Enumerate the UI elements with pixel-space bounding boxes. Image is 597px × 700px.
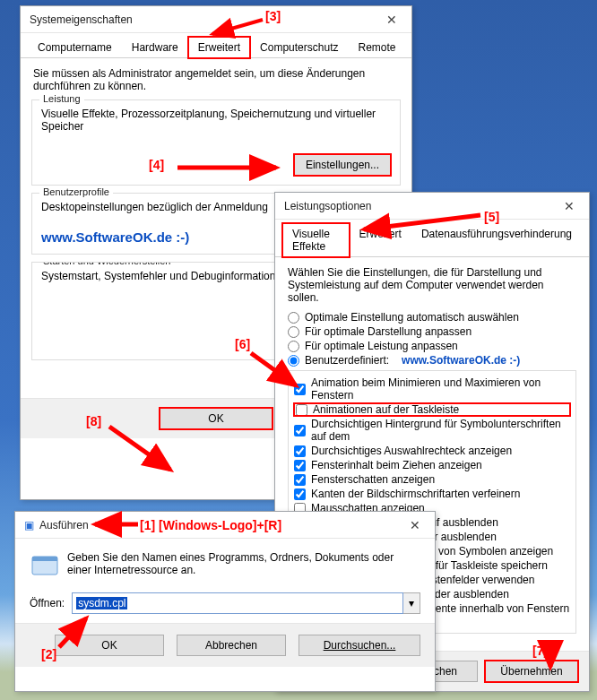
chevron-down-icon[interactable]: ▾: [403, 592, 420, 614]
titlebar-sysprops: Systemeigenschaften ✕: [21, 6, 411, 33]
radio-auto[interactable]: Optimale Einstellung automatisch auswähl…: [288, 311, 576, 324]
tab-erweitert-perf[interactable]: Erweitert: [350, 223, 411, 257]
chk-anim-minmax[interactable]: Animation beim Minimieren und Maximieren…: [294, 376, 570, 402]
radio-custom-label: Benutzerdefiniert:: [305, 354, 389, 367]
sysprops-admin-note: Sie müssen als Administrator angemeldet …: [21, 58, 411, 92]
group-benutzerprofile-label: Benutzerprofile: [39, 186, 113, 197]
tab-dep[interactable]: Datenausführungsverhinderung: [411, 223, 582, 257]
sysprops-title: Systemeigenschaften: [30, 13, 371, 26]
chk-anim-taskbar[interactable]: Animationen auf der Taskleiste: [296, 403, 568, 416]
chk-transparent-bg[interactable]: Durchsichtigen Hintergrund für Symbolunt…: [294, 418, 570, 443]
perf-intro: Wählen Sie die Einstellungen, die für Da…: [275, 257, 589, 304]
titlebar-perf: Leistungsoptionen ✕: [275, 193, 589, 220]
svg-rect-1: [32, 557, 57, 561]
close-icon[interactable]: ✕: [549, 193, 589, 219]
chk-label: Durchsichtiges Auswahlrechteck anzeigen: [311, 445, 512, 457]
chk-window-drag[interactable]: Fensterinhalt beim Ziehen anzeigen: [294, 459, 570, 471]
ok-button-sysprops[interactable]: OK: [160, 408, 273, 429]
close-icon[interactable]: ✕: [394, 512, 435, 538]
group-leistung-label: Leistung: [39, 93, 84, 104]
run-desc: Geben Sie den Namen eines Programms, Ord…: [67, 551, 420, 582]
radio-best-appearance-label: Für optimale Darstellung anpassen: [305, 325, 472, 338]
chk-label: Animationen auf der Taskleiste: [313, 403, 459, 416]
run-icon-small: ▣: [24, 519, 34, 531]
run-open-input[interactable]: sysdm.cpl: [72, 592, 403, 614]
ok-button-run[interactable]: OK: [55, 635, 164, 656]
tab-hardware[interactable]: Hardware: [122, 37, 188, 58]
sysprops-tabs: Computername Hardware Erweitert Computer…: [21, 33, 411, 58]
link-softwareok-2[interactable]: www.SoftwareOK.de :-): [402, 354, 520, 367]
chk-label: Durchsichtigen Hintergrund für Symbolunt…: [311, 418, 570, 443]
radio-custom[interactable]: Benutzerdefiniert: www.SoftwareOK.de :-): [288, 354, 576, 367]
radio-best-performance-label: Für optimale Leistung anpassen: [305, 340, 458, 352]
radio-best-appearance[interactable]: Für optimale Darstellung anpassen: [288, 325, 576, 338]
browse-button-run[interactable]: Durchsuchen...: [298, 635, 420, 656]
group-leistung-desc: Visuelle Effekte, Prozessorzeitplanung, …: [41, 108, 391, 133]
chk-label: Fensterinhalt beim Ziehen anzeigen: [311, 459, 482, 471]
chk-label: Animation beim Minimieren und Maximieren…: [311, 376, 570, 402]
titlebar-run: ▣ Ausführen ✕: [15, 512, 435, 539]
radio-auto-label: Optimale Einstellung automatisch auswähl…: [305, 311, 519, 324]
perf-tabs: Visuelle Effekte Erweitert Datenausführu…: [275, 220, 589, 257]
run-title: Ausführen: [39, 519, 394, 531]
chk-label: Kanten der Bildschirmschriftarten verfei…: [311, 488, 520, 500]
run-open-label: Öffnen:: [30, 597, 65, 609]
radio-best-performance[interactable]: Für optimale Leistung anpassen: [288, 340, 576, 352]
chk-font-edges[interactable]: Kanten der Bildschirmschriftarten verfei…: [294, 488, 570, 500]
apply-button-perf[interactable]: Übernehmen: [485, 661, 578, 682]
tab-computerschutz[interactable]: Computerschutz: [250, 37, 348, 58]
chk-label: Fensterschatten anzeigen: [311, 473, 435, 486]
tab-remote[interactable]: Remote: [348, 37, 405, 58]
cancel-button-run[interactable]: Abbrechen: [177, 635, 286, 656]
chk-transparent-select[interactable]: Durchsichtiges Auswahlrechteck anzeigen: [294, 445, 570, 457]
run-open-value: sysdm.cpl: [76, 597, 127, 609]
close-icon[interactable]: ✕: [371, 6, 411, 32]
group-starten-label: Starten und Wiederherstellen: [39, 262, 174, 266]
perf-title: Leistungsoptionen: [284, 200, 549, 212]
run-footer: OK Abbrechen Durchsuchen...: [15, 623, 435, 667]
tab-erweitert[interactable]: Erweitert: [188, 37, 250, 58]
run-dialog: ▣ Ausführen ✕ Geben Sie den Namen eines …: [14, 511, 436, 692]
tab-computername[interactable]: Computername: [28, 37, 122, 58]
settings-button-leistung[interactable]: Einstellungen...: [294, 154, 391, 176]
run-app-icon: [30, 551, 60, 582]
tab-visuelle-effekte[interactable]: Visuelle Effekte: [282, 223, 350, 257]
chk-window-shadow[interactable]: Fensterschatten anzeigen: [294, 473, 570, 486]
group-leistung: Leistung Visuelle Effekte, Prozessorzeit…: [31, 99, 401, 186]
